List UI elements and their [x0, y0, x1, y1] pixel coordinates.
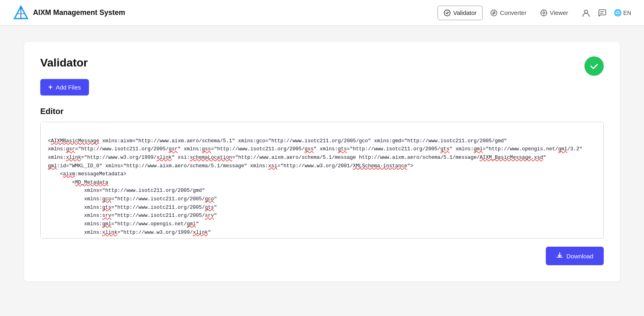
- validator-icon: [444, 9, 451, 17]
- language-selector[interactable]: 🌐 EN: [614, 9, 631, 17]
- lang-label: EN: [623, 10, 631, 16]
- add-files-button[interactable]: + Add Files: [40, 79, 89, 96]
- svg-point-6: [543, 12, 545, 14]
- nav-converter-label: Converter: [500, 9, 526, 16]
- nav-viewer[interactable]: Viewer: [534, 6, 574, 20]
- download-label: Download: [566, 253, 593, 260]
- svg-point-7: [584, 10, 588, 13]
- nav-validator-label: Validator: [453, 9, 477, 16]
- app-title: AIXM Management System: [33, 8, 125, 17]
- app-logo-icon: [13, 5, 29, 21]
- nav-viewer-label: Viewer: [550, 9, 568, 16]
- editor-title: Editor: [40, 107, 604, 116]
- lang-icon: 🌐: [614, 9, 622, 17]
- viewer-icon: [540, 9, 547, 17]
- validator-card: Validator + Add Files Editor <AIXMBasicM…: [24, 42, 620, 281]
- nav-validator[interactable]: Validator: [438, 6, 483, 20]
- header-actions: 🌐 EN: [582, 8, 631, 17]
- download-row: Download: [40, 247, 604, 265]
- app-header: AIXM Management System Validator: [0, 0, 644, 26]
- logo-area: AIXM Management System: [13, 5, 125, 21]
- add-files-label: Add Files: [56, 84, 81, 91]
- nav-converter[interactable]: Converter: [484, 6, 533, 20]
- download-icon: [556, 252, 563, 260]
- add-files-icon: +: [48, 83, 53, 91]
- page-title: Validator: [40, 56, 604, 69]
- main-nav: Validator Converter Viewer: [438, 6, 574, 20]
- svg-point-4: [491, 10, 497, 16]
- xml-editor[interactable]: <AIXMBasicMessage xmlns:aixm="http://www…: [40, 122, 604, 239]
- success-badge: [584, 56, 604, 76]
- download-button[interactable]: Download: [546, 247, 604, 265]
- converter-icon: [490, 9, 497, 17]
- chat-icon[interactable]: [598, 8, 607, 17]
- user-icon[interactable]: [582, 8, 590, 17]
- main-content: Validator + Add Files Editor <AIXMBasicM…: [0, 26, 644, 297]
